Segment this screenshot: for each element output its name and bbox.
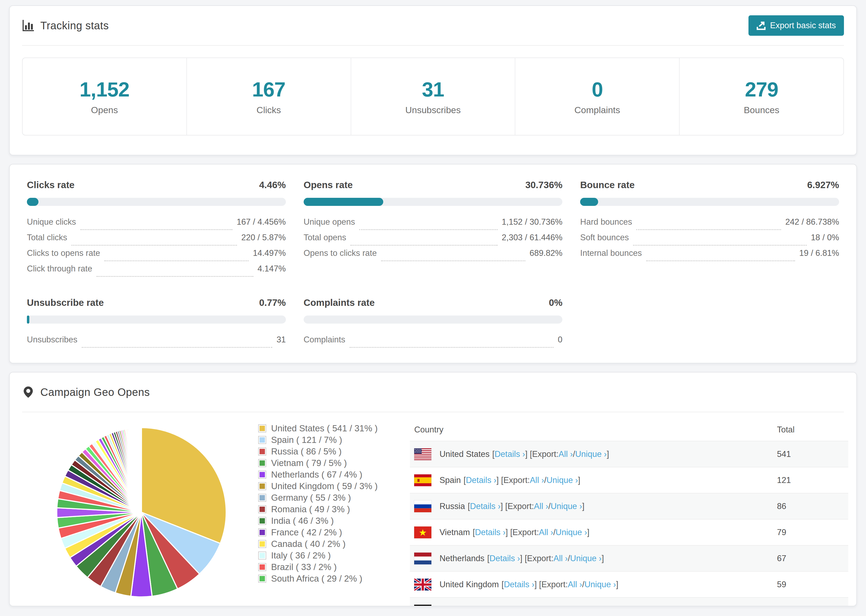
legend-label: Italy ( 36 / 2% ) bbox=[271, 550, 331, 561]
export-unique-link[interactable]: Unique › bbox=[575, 449, 607, 459]
complaints-progressbar bbox=[304, 316, 563, 324]
geo-table: Country Total United States[Details ›] [… bbox=[410, 419, 848, 606]
bracket-text: ] bbox=[578, 475, 580, 485]
details-link[interactable]: Details › bbox=[479, 606, 509, 607]
slash-text: / bbox=[544, 475, 546, 485]
legend-label: Spain ( 121 / 7% ) bbox=[271, 435, 342, 445]
export-all-link[interactable]: All › bbox=[539, 528, 553, 537]
export-unique-link[interactable]: Unique › bbox=[556, 528, 587, 537]
legend-label: South Africa ( 29 / 2% ) bbox=[271, 574, 362, 584]
bracket-text: ] [Export: bbox=[496, 475, 530, 485]
country-name: Vietnam bbox=[439, 528, 470, 537]
details-link[interactable]: Details › bbox=[494, 449, 525, 459]
legend-color-marker bbox=[258, 494, 266, 502]
export-unique-link[interactable]: Unique › bbox=[559, 606, 591, 607]
page-title: Tracking stats bbox=[40, 20, 109, 32]
bracket-text: ] bbox=[616, 580, 618, 589]
legend-label: United States ( 541 / 31% ) bbox=[271, 423, 378, 434]
dotted-leader bbox=[96, 276, 254, 277]
legend-color-marker bbox=[258, 505, 266, 513]
legend-color-marker bbox=[258, 517, 266, 525]
rate-detail-label: Hard bounces bbox=[580, 217, 632, 227]
country-name: Russia bbox=[439, 501, 465, 511]
details-link[interactable]: Details › bbox=[490, 554, 520, 563]
legend-item-france[interactable]: France ( 42 / 2% ) bbox=[258, 526, 378, 538]
slash-text: / bbox=[557, 606, 559, 607]
stat-value: 1,152 bbox=[80, 78, 129, 101]
export-basic-stats-button[interactable]: Export basic stats bbox=[748, 15, 844, 36]
export-all-link[interactable]: All › bbox=[530, 475, 544, 485]
legend-item-canada[interactable]: Canada ( 40 / 2% ) bbox=[258, 538, 378, 550]
rate-detail-value: 19 / 6.81% bbox=[799, 248, 839, 258]
legend-item-russia[interactable]: Russia ( 86 / 5% ) bbox=[258, 446, 378, 457]
legend-item-romania[interactable]: Romania ( 49 / 3% ) bbox=[258, 503, 378, 515]
legend-item-india[interactable]: India ( 46 / 3% ) bbox=[258, 515, 378, 526]
legend-item-united-states[interactable]: United States ( 541 / 31% ) bbox=[258, 423, 378, 434]
rate-detail-row: Total clicks220 / 5.87% bbox=[27, 233, 286, 248]
legend-item-germany[interactable]: Germany ( 55 / 3% ) bbox=[258, 492, 378, 503]
bracket-text: ] [Export: bbox=[534, 580, 568, 589]
legend-label: Brazil ( 33 / 2% ) bbox=[271, 562, 337, 572]
rate-detail-label: Clicks to opens rate bbox=[27, 248, 100, 258]
bracket-text: ] bbox=[601, 554, 604, 563]
bracket-text: ] [Export: bbox=[505, 528, 539, 537]
legend-color-marker bbox=[258, 575, 266, 583]
export-all-link[interactable]: All › bbox=[553, 554, 568, 563]
bracket-text: ] [Export: bbox=[509, 606, 543, 607]
rate-value: 30.736% bbox=[525, 179, 562, 190]
legend-item-south-africa[interactable]: South Africa ( 29 / 2% ) bbox=[258, 573, 378, 584]
dotted-leader bbox=[104, 261, 249, 261]
geo-table-row: United Kingdom[Details ›] [Export: All ›… bbox=[410, 571, 848, 597]
rate-detail-row: Total opens2,303 / 61.446% bbox=[304, 233, 563, 248]
legend-item-brazil[interactable]: Brazil ( 33 / 2% ) bbox=[258, 561, 378, 573]
geo-table-total-cell: 55 bbox=[777, 606, 848, 607]
rate-detail-label: Complaints bbox=[304, 335, 345, 344]
rate-detail-value: 220 / 5.87% bbox=[241, 233, 286, 242]
legend-label: Vietnam ( 79 / 5% ) bbox=[271, 458, 347, 468]
legend-item-spain[interactable]: Spain ( 121 / 7% ) bbox=[258, 434, 378, 446]
legend-item-netherlands[interactable]: Netherlands ( 67 / 4% ) bbox=[258, 469, 378, 480]
export-all-link[interactable]: All › bbox=[559, 449, 573, 459]
opens-progressbar bbox=[304, 198, 563, 206]
legend-label: Canada ( 40 / 2% ) bbox=[271, 539, 346, 549]
country-name: United Kingdom bbox=[439, 580, 499, 589]
export-unique-link[interactable]: Unique › bbox=[546, 475, 578, 485]
bracket-text: ] bbox=[582, 501, 585, 511]
legend-label: United Kingdom ( 59 / 3% ) bbox=[271, 481, 378, 491]
pie-legend: United States ( 541 / 31% )Spain ( 121 /… bbox=[258, 423, 378, 606]
rate-title: Bounce rate bbox=[580, 179, 635, 190]
export-all-link[interactable]: All › bbox=[534, 501, 548, 511]
legend-item-vietnam[interactable]: Vietnam ( 79 / 5% ) bbox=[258, 457, 378, 469]
details-link[interactable]: Details › bbox=[475, 528, 505, 537]
bracket-text: [ bbox=[464, 475, 466, 485]
dotted-leader bbox=[350, 245, 497, 246]
rate-detail-label: Unique clicks bbox=[27, 217, 76, 227]
details-link[interactable]: Details › bbox=[504, 580, 534, 589]
export-unique-link[interactable]: Unique › bbox=[551, 501, 582, 511]
legend-item-italy[interactable]: Italy ( 36 / 2% ) bbox=[258, 550, 378, 561]
export-unique-link[interactable]: Unique › bbox=[570, 554, 601, 563]
export-button-label: Export basic stats bbox=[770, 21, 836, 30]
rate-detail-row: Complaints0 bbox=[304, 335, 563, 350]
us-flag-icon bbox=[414, 448, 431, 460]
stat-box: 0Complaints bbox=[515, 58, 680, 135]
bracket-text: ] [Export: bbox=[520, 554, 553, 563]
stat-label: Opens bbox=[91, 105, 118, 115]
de-flag-icon bbox=[414, 605, 431, 607]
dotted-leader bbox=[636, 229, 781, 230]
export-unique-link[interactable]: Unique › bbox=[584, 580, 616, 589]
export-all-link[interactable]: All › bbox=[543, 606, 557, 607]
legend-label: Netherlands ( 67 / 4% ) bbox=[271, 470, 362, 480]
details-link[interactable]: Details › bbox=[466, 475, 496, 485]
legend-item-united-kingdom[interactable]: United Kingdom ( 59 / 3% ) bbox=[258, 480, 378, 492]
progress-fill bbox=[304, 198, 383, 206]
bar-chart-icon bbox=[22, 19, 35, 32]
rate-value: 0.77% bbox=[259, 297, 286, 308]
export-all-link[interactable]: All › bbox=[568, 580, 582, 589]
details-link[interactable]: Details › bbox=[470, 501, 501, 511]
stat-value: 167 bbox=[252, 78, 285, 101]
bracket-text: ] [Export: bbox=[501, 501, 534, 511]
stats-strip: 1,152Opens167Clicks31Unsubscribes0Compla… bbox=[22, 58, 844, 135]
stat-label: Clicks bbox=[257, 105, 281, 115]
bracket-text: [ bbox=[468, 501, 470, 511]
